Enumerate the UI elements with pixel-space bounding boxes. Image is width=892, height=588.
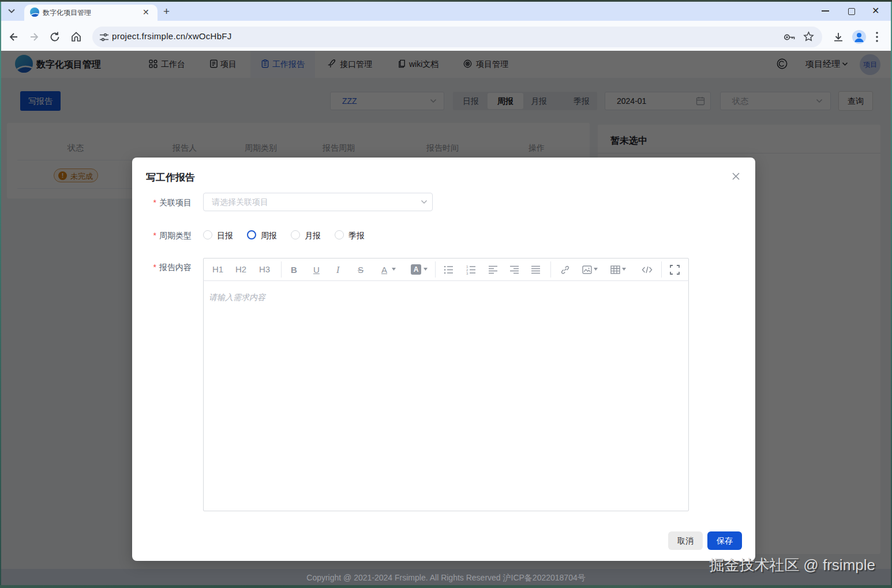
svg-text:3: 3 (466, 272, 469, 275)
